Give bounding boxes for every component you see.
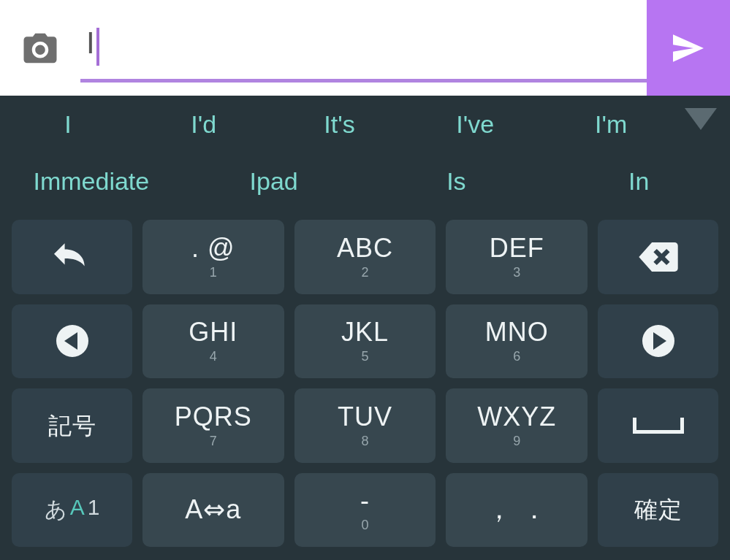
key-sub: 5 xyxy=(361,350,368,363)
key-main: JKL xyxy=(341,319,389,345)
key-main: 記号 xyxy=(48,414,96,437)
key-main: GHI xyxy=(189,319,237,345)
suggestion-item[interactable]: Is xyxy=(365,167,548,196)
key-7[interactable]: PQRS 7 xyxy=(142,388,284,463)
input-underline xyxy=(80,79,647,83)
suggestion-item[interactable]: In xyxy=(547,167,730,196)
suggestion-row-1: I I'd It's I've I'm xyxy=(0,96,730,153)
suggestion-expand-button[interactable] xyxy=(685,103,717,135)
key-3[interactable]: DEF 3 xyxy=(446,220,588,294)
cursor-right-key[interactable] xyxy=(598,304,718,379)
key-5[interactable]: JKL 5 xyxy=(294,304,436,379)
key-main: WXYZ xyxy=(477,404,556,430)
suggestion-item[interactable]: Immediate xyxy=(0,167,183,196)
key-main: - xyxy=(360,488,370,514)
soft-keyboard: I I'd It's I've I'm Immediate Ipad Is In… xyxy=(0,96,730,560)
confirm-key[interactable]: 確定 xyxy=(598,473,718,548)
undo-key[interactable] xyxy=(12,220,132,294)
key-1[interactable]: . @ 1 xyxy=(142,220,284,294)
space-icon xyxy=(633,418,684,434)
input-value: I xyxy=(86,26,95,60)
suggestion-item[interactable]: I'm xyxy=(543,110,679,139)
suggestion-row-2: Immediate Ipad Is In xyxy=(0,153,730,210)
input-mode-key[interactable]: あ A 1 xyxy=(12,473,132,548)
camera-icon xyxy=(20,28,60,68)
mode-num: 1 xyxy=(88,495,100,525)
space-key[interactable] xyxy=(598,388,718,463)
undo-icon xyxy=(54,243,91,271)
key-main: PQRS xyxy=(175,404,252,430)
camera-button[interactable] xyxy=(0,0,80,96)
key-main: DEF xyxy=(490,235,544,261)
key-4[interactable]: GHI 4 xyxy=(142,304,284,379)
backspace-key[interactable] xyxy=(598,220,718,294)
key-0[interactable]: - 0 xyxy=(294,473,436,548)
cursor-left-key[interactable] xyxy=(12,304,132,379)
key-grid: . @ 1 ABC 2 DEF 3 GHI 4 JKL 5 xyxy=(0,210,730,560)
send-icon xyxy=(668,28,709,69)
key-6[interactable]: MNO 6 xyxy=(446,304,588,379)
key-sub: 3 xyxy=(513,266,520,279)
text-field-wrap[interactable]: I xyxy=(80,0,647,96)
key-2[interactable]: ABC 2 xyxy=(294,220,436,294)
key-sub: 6 xyxy=(513,350,520,363)
arrow-left-icon xyxy=(56,325,88,357)
mode-alpha: A xyxy=(70,495,85,525)
text-caret xyxy=(96,28,99,66)
key-sub: 9 xyxy=(513,434,520,448)
key-main: MNO xyxy=(485,319,549,345)
key-main: 確定 xyxy=(634,498,683,521)
key-main: ， ． xyxy=(486,496,548,523)
key-8[interactable]: TUV 8 xyxy=(294,388,436,463)
key-9[interactable]: WXYZ 9 xyxy=(446,388,588,463)
message-input-bar: I xyxy=(0,0,730,96)
case-toggle-key[interactable]: A⇔a xyxy=(142,473,284,548)
arrow-right-icon xyxy=(642,325,674,357)
punctuation-key[interactable]: ， ． xyxy=(446,473,588,548)
key-main: . @ xyxy=(191,235,235,261)
key-sub: 0 xyxy=(361,518,368,532)
key-sub: 1 xyxy=(210,266,217,279)
key-sub: 8 xyxy=(361,434,368,448)
chevron-down-icon xyxy=(685,108,717,130)
suggestion-strip: I I'd It's I've I'm Immediate Ipad Is In xyxy=(0,96,730,210)
suggestion-item[interactable]: I xyxy=(0,110,136,139)
mode-kana: あ xyxy=(45,495,67,525)
suggestion-item[interactable]: It's xyxy=(272,110,408,139)
key-main: ABC xyxy=(337,235,393,261)
symbols-key[interactable]: 記号 xyxy=(12,388,132,463)
suggestion-item[interactable]: I've xyxy=(407,110,543,139)
key-sub: 4 xyxy=(210,350,217,363)
key-main: A⇔a xyxy=(185,496,241,523)
key-main: TUV xyxy=(338,404,392,430)
mode-key-label: あ A 1 xyxy=(45,495,100,525)
suggestion-item[interactable]: I'd xyxy=(136,110,272,139)
key-sub: 2 xyxy=(361,266,368,279)
suggestion-item[interactable]: Ipad xyxy=(183,167,365,196)
message-input[interactable]: I xyxy=(80,26,647,70)
send-button[interactable] xyxy=(647,0,730,96)
backspace-icon xyxy=(639,242,678,272)
key-sub: 7 xyxy=(210,434,217,448)
